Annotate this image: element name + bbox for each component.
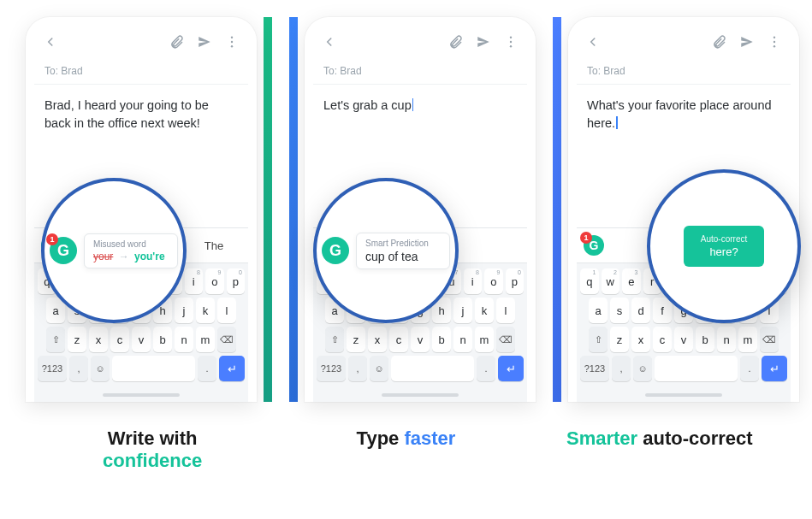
key-z[interactable]: z (68, 327, 86, 352)
accent-bar (553, 17, 561, 402)
key-c[interactable]: c (389, 327, 408, 352)
key-l[interactable]: l (217, 298, 236, 323)
key-p[interactable]: p0 (227, 268, 246, 294)
backspace-key[interactable]: ⌫ (496, 327, 515, 352)
key-c[interactable]: c (653, 327, 672, 352)
key-z[interactable]: z (347, 327, 365, 352)
key-b[interactable]: b (696, 327, 714, 352)
shift-key[interactable]: ⇧ (589, 327, 608, 352)
key-d[interactable]: d (631, 298, 650, 323)
shift-key[interactable]: ⇧ (46, 327, 65, 352)
send-icon[interactable] (197, 34, 212, 53)
to-field[interactable]: To: Brad (577, 62, 791, 85)
backspace-key[interactable]: ⌫ (760, 327, 779, 352)
to-field[interactable]: To: Brad (313, 62, 527, 85)
autocorrect-pill[interactable]: Auto-correct here? (684, 226, 764, 267)
comma-key[interactable]: , (612, 356, 631, 381)
key-x[interactable]: x (368, 327, 387, 352)
message-body[interactable]: What's your favorite place around here. (577, 85, 791, 144)
period-key[interactable]: . (477, 356, 495, 381)
key-b[interactable]: b (153, 327, 172, 352)
more-icon[interactable] (503, 34, 519, 53)
emoji-key[interactable]: ☺ (370, 356, 388, 381)
attach-icon[interactable] (448, 34, 464, 53)
home-indicator (103, 393, 180, 397)
numbers-key[interactable]: ?123 (580, 356, 609, 381)
more-icon[interactable] (767, 34, 782, 53)
key-s[interactable]: s (610, 298, 629, 323)
period-key[interactable]: . (740, 356, 759, 381)
key-o[interactable]: o9 (205, 268, 224, 294)
key-f[interactable]: f (653, 298, 672, 323)
enter-key[interactable]: ↵ (219, 356, 245, 381)
grammarly-badge-icon[interactable]: G 1 (50, 237, 77, 264)
more-icon[interactable] (224, 34, 240, 53)
key-j[interactable]: j (453, 298, 472, 323)
key-a[interactable]: a (589, 298, 608, 323)
prediction-text: cup of tea (365, 250, 441, 263)
suggestion-2[interactable] (465, 244, 520, 247)
emoji-key[interactable]: ☺ (633, 356, 652, 381)
wrong-word: your (93, 251, 113, 262)
enter-key[interactable]: ↵ (498, 356, 524, 381)
emoji-key[interactable]: ☺ (91, 356, 110, 381)
backspace-key[interactable]: ⌫ (217, 327, 236, 352)
back-icon[interactable] (43, 34, 58, 53)
key-e[interactable]: e3 (622, 268, 641, 294)
key-c[interactable]: c (110, 327, 129, 352)
space-key[interactable] (391, 356, 474, 381)
key-n[interactable]: n (175, 327, 193, 352)
autocorrect-title: Auto-correct (701, 234, 747, 244)
space-key[interactable] (112, 356, 195, 381)
svg-point-7 (773, 41, 775, 43)
key-b[interactable]: b (432, 327, 451, 352)
key-z[interactable]: z (610, 327, 629, 352)
svg-point-5 (510, 45, 512, 47)
home-indicator (382, 393, 459, 397)
key-p[interactable]: p0 (506, 268, 525, 294)
key-x[interactable]: x (89, 327, 108, 352)
message-body[interactable]: Let's grab a cup (313, 85, 527, 144)
key-j[interactable]: j (175, 298, 193, 323)
space-key[interactable] (655, 356, 738, 381)
key-k[interactable]: k (475, 298, 494, 323)
key-l[interactable]: l (496, 298, 515, 323)
numbers-key[interactable]: ?123 (317, 356, 346, 381)
message-body[interactable]: Brad, I heard your going to be back in t… (34, 85, 248, 144)
key-k[interactable]: k (196, 298, 215, 323)
back-icon[interactable] (585, 34, 601, 53)
key-x[interactable]: x (631, 327, 650, 352)
period-key[interactable]: . (198, 356, 216, 381)
key-m[interactable]: m (475, 327, 494, 352)
key-v[interactable]: v (674, 327, 693, 352)
suggestion-card[interactable]: Misused word your → you're (84, 233, 178, 268)
back-icon[interactable] (322, 34, 337, 53)
comma-key[interactable]: , (69, 356, 88, 381)
grammarly-badge-icon[interactable]: G1 (584, 235, 604, 256)
send-icon[interactable] (739, 34, 755, 53)
caption-1: Type faster (279, 428, 532, 472)
key-i[interactable]: i8 (185, 268, 204, 294)
key-n[interactable]: n (717, 327, 736, 352)
key-v[interactable]: v (411, 327, 430, 352)
attach-icon[interactable] (169, 34, 185, 53)
shift-key[interactable]: ⇧ (325, 327, 344, 352)
key-q[interactable]: q1 (580, 268, 599, 294)
key-o[interactable]: o9 (484, 268, 503, 294)
prediction-card[interactable]: Smart Prediction cup of tea (356, 233, 450, 269)
send-icon[interactable] (476, 34, 491, 53)
key-v[interactable]: v (132, 327, 151, 352)
comma-key[interactable]: , (348, 356, 367, 381)
key-m[interactable]: m (738, 327, 757, 352)
attach-icon[interactable] (712, 34, 727, 53)
numbers-key[interactable]: ?123 (38, 356, 67, 381)
suggestion-2[interactable]: The (187, 238, 241, 254)
key-i[interactable]: i8 (464, 268, 483, 294)
grammarly-badge-icon[interactable]: G (322, 237, 349, 264)
key-w[interactable]: w2 (602, 268, 620, 294)
enter-key[interactable]: ↵ (762, 356, 787, 381)
svg-point-3 (510, 37, 512, 38)
to-field[interactable]: To: Brad (34, 62, 248, 85)
key-n[interactable]: n (453, 327, 472, 352)
key-m[interactable]: m (196, 327, 215, 352)
